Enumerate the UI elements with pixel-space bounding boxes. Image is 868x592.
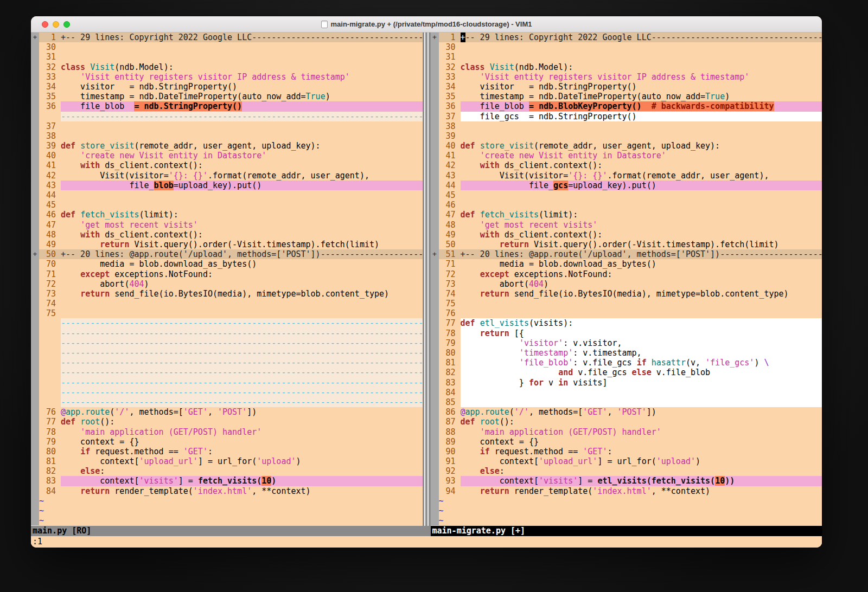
tilde-line[interactable]: ~ (31, 516, 423, 525)
command-line[interactable]: :1 (31, 536, 822, 548)
diff-filler-line[interactable]: ----------------------------------------… (31, 388, 423, 397)
code-line[interactable]: 30 (431, 42, 822, 52)
code-line[interactable]: 84 return render_template('index.html', … (31, 486, 423, 496)
code-line[interactable]: 34 visitor = ndb.StringProperty() (431, 82, 822, 92)
code-line[interactable]: 44 file_gcs=upload_key).put() (431, 181, 822, 190)
code-line[interactable]: 70 media = blob.download_as_bytes() (31, 259, 423, 269)
code-line[interactable]: 39 (431, 131, 822, 141)
diff-filler-line[interactable]: ----------------------------------------… (31, 318, 423, 328)
code-line[interactable]: 46def fetch_visits(limit): (31, 210, 423, 220)
tilde-line[interactable]: ~ (31, 506, 423, 516)
minimize-button[interactable] (53, 21, 59, 28)
code-line[interactable]: 36 file_blob = ndb.StringProperty() (31, 101, 423, 111)
code-line[interactable]: 91 context['upload_url'] = url_for('uplo… (431, 456, 822, 466)
code-line[interactable]: 82 else: (31, 466, 423, 476)
code-line[interactable]: 38 (31, 131, 423, 141)
code-line[interactable]: 78 'main application (GET/POST) handler' (31, 427, 423, 437)
fold-line[interactable]: +50+-- 20 lines: @app.route('/upload', m… (31, 249, 423, 259)
code-line[interactable]: 93 context['visits'] = etl_visits(fetch_… (431, 476, 822, 486)
code-line[interactable]: 44 (31, 190, 423, 200)
diff-filler-line[interactable]: ----------------------------------------… (31, 358, 423, 368)
code-line[interactable]: 94 return render_template('index.html', … (431, 486, 822, 496)
code-line[interactable]: 49 with ds_client.context(): (431, 230, 822, 240)
code-line[interactable]: 85 (431, 397, 822, 407)
code-line[interactable]: 35 timestamp = ndb.DateTimeProperty(auto… (31, 92, 423, 101)
close-button[interactable] (42, 21, 48, 28)
pane-main-py[interactable]: +1+-- 29 lines: Copyright 2022 Google LL… (31, 33, 423, 526)
code-line[interactable]: 32class Visit(ndb.Model): (31, 62, 423, 72)
code-line[interactable]: 48 with ds_client.context(): (31, 230, 423, 240)
tilde-line[interactable]: ~ (431, 506, 822, 516)
code-line[interactable]: 34 visitor = ndb.StringProperty() (31, 82, 423, 92)
code-line[interactable]: 76 (431, 308, 822, 318)
diff-filler-line[interactable]: ----------------------------------------… (31, 368, 423, 377)
code-line[interactable]: 83 context['visits'] = fetch_visits(10) (31, 476, 423, 486)
code-line[interactable]: 78 return [{ (431, 329, 822, 338)
code-line[interactable]: 73 abort(404) (431, 279, 822, 289)
pane-main-migrate-py[interactable]: +1+-- 29 lines: Copyright 2022 Google LL… (431, 33, 822, 526)
code-line[interactable]: 48 'get most recent visits' (431, 220, 822, 230)
code-line[interactable]: 75 (31, 308, 423, 318)
code-line[interactable]: 80 if request.method == 'GET': (31, 447, 423, 456)
tilde-line[interactable]: ~ (431, 496, 822, 506)
fold-line[interactable]: +51+-- 20 lines: @app.route('/upload', m… (431, 249, 822, 259)
diff-filler-line[interactable]: ----------------------------------------… (31, 112, 423, 121)
code-line[interactable]: 33 'Visit entity registers visitor IP ad… (31, 72, 423, 82)
code-line[interactable]: 42 with ds_client.context(): (431, 160, 822, 170)
code-line[interactable]: 40 'create new Visit entity in Datastore… (31, 151, 423, 160)
code-line[interactable]: 90 if request.method == 'GET': (431, 447, 822, 456)
code-line[interactable]: 83 } for v in visits] (431, 378, 822, 388)
code-line[interactable]: 39def store_visit(remote_addr, user_agen… (31, 141, 423, 151)
code-line[interactable]: 72 abort(404) (31, 279, 423, 289)
code-line[interactable]: 76@app.route('/', methods=['GET', 'POST'… (31, 407, 423, 417)
tilde-line[interactable]: ~ (31, 496, 423, 506)
code-line[interactable]: 84 (431, 388, 822, 397)
code-line[interactable]: 32class Visit(ndb.Model): (431, 62, 822, 72)
fold-line[interactable]: +1+-- 29 lines: Copyright 2022 Google LL… (431, 33, 822, 42)
diff-filler-line[interactable]: ----------------------------------------… (31, 348, 423, 358)
code-line[interactable]: 45 (431, 190, 822, 200)
code-line[interactable]: 79 context = {} (31, 437, 423, 447)
code-line[interactable]: 72 except exceptions.NotFound: (431, 269, 822, 279)
code-line[interactable]: 46 (431, 200, 822, 210)
code-line[interactable]: 86@app.route('/', methods=['GET', 'POST'… (431, 407, 822, 417)
code-line[interactable]: 35 timestamp = ndb.DateTimeProperty(auto… (431, 92, 822, 101)
code-line[interactable]: 45 (31, 200, 423, 210)
code-line[interactable]: 42 Visit(visitor='{}: {}'.format(remote_… (31, 171, 423, 181)
code-line[interactable]: 79 'visitor': v.visitor, (431, 338, 822, 348)
tilde-line[interactable]: ~ (431, 516, 822, 525)
diff-filler-line[interactable]: ----------------------------------------… (31, 338, 423, 348)
code-line[interactable]: 47def fetch_visits(limit): (431, 210, 822, 220)
fold-marker[interactable]: + (31, 33, 39, 42)
code-line[interactable]: 33 'Visit entity registers visitor IP ad… (431, 72, 822, 82)
titlebar[interactable]: main-migrate.py + (/private/tmp/mod16-cl… (31, 16, 822, 33)
zoom-button[interactable] (63, 21, 70, 28)
code-line[interactable]: 36 file_blob = ndb.BlobKeyProperty() # b… (431, 101, 822, 111)
code-line[interactable]: 31 (31, 52, 423, 62)
fold-line[interactable]: +1+-- 29 lines: Copyright 2022 Google LL… (31, 33, 423, 42)
code-line[interactable]: 89 context = {} (431, 437, 822, 447)
code-line[interactable]: 74 (31, 299, 423, 308)
code-line[interactable]: 47 'get most recent visits' (31, 220, 423, 230)
code-line[interactable]: 80 'timestamp': v.timestamp, (431, 348, 822, 358)
vertical-split-separator[interactable] (423, 33, 431, 526)
code-line[interactable]: 41 'create new Visit entity in Datastore… (431, 151, 822, 160)
code-line[interactable]: 77def etl_visits(visits): (431, 318, 822, 328)
code-line[interactable]: 50 return Visit.query().order(-Visit.tim… (431, 240, 822, 249)
code-line[interactable]: 43 Visit(visitor='{}: {}'.format(remote_… (431, 171, 822, 181)
fold-marker[interactable]: + (31, 249, 39, 259)
code-line[interactable]: 37 (31, 121, 423, 131)
code-line[interactable]: 82 and v.file_gcs else v.file_blob (431, 368, 822, 377)
code-line[interactable]: 81 context['upload_url'] = url_for('uplo… (31, 456, 423, 466)
code-line[interactable]: 37 file_gcs = ndb.StringProperty() (431, 112, 822, 121)
code-line[interactable]: 87def root(): (431, 417, 822, 427)
code-line[interactable]: 71 except exceptions.NotFound: (31, 269, 423, 279)
code-line[interactable]: 71 media = blob.download_as_bytes() (431, 259, 822, 269)
fold-marker[interactable]: + (431, 33, 439, 42)
code-line[interactable]: 40def store_visit(remote_addr, user_agen… (431, 141, 822, 151)
fold-marker[interactable]: + (431, 249, 439, 259)
code-line[interactable]: 43 file_blob=upload_key).put() (31, 181, 423, 190)
code-line[interactable]: 74 return send_file(io.BytesIO(media), m… (431, 289, 822, 299)
code-line[interactable]: 75 (431, 299, 822, 308)
code-line[interactable]: 38 (431, 121, 822, 131)
